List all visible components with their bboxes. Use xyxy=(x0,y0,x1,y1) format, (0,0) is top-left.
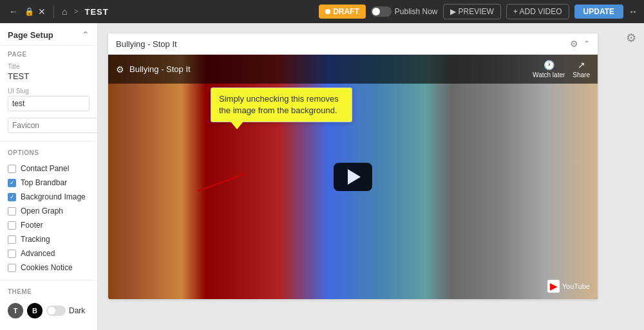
page-title: TEST xyxy=(84,7,108,17)
tooltip-text: Simply unchecking this removes the image… xyxy=(219,94,339,115)
title-field-value: TEST xyxy=(8,71,90,81)
video-card-title: Bullying - Stop It xyxy=(116,39,177,49)
favicon-input[interactable] xyxy=(8,118,98,133)
nav-icons: ← 🔒 ✕ xyxy=(6,5,46,18)
checkbox-label-advanced: Advanced xyxy=(21,249,55,258)
preview-label: PREVIEW xyxy=(459,7,494,16)
theme-b-circle[interactable]: B xyxy=(27,303,43,318)
checkbox-tracking[interactable] xyxy=(8,235,16,244)
youtube-icon: ▶ xyxy=(547,280,560,293)
video-player-area: ⚙ Bullying - Stop It 🕐 Watch later ↗ Sha… xyxy=(108,55,598,299)
play-button[interactable] xyxy=(334,163,372,191)
divider-1 xyxy=(0,141,97,142)
page-section-label: PAGE xyxy=(0,46,97,60)
main-content: ⚙ Bullying - Stop It ⚙ ⌃ ⚙ Bullying - St… xyxy=(98,23,644,330)
back-icon[interactable]: ← xyxy=(6,5,21,18)
theme-t-circle[interactable]: T xyxy=(8,303,23,318)
video-gear-icon: ⚙ xyxy=(116,64,124,75)
theme-section: T B Dark xyxy=(0,298,97,329)
video-overlay-title: Bullying - Stop It xyxy=(129,64,191,74)
video-overlay-header: ⚙ Bullying - Stop It 🕐 Watch later ↗ Sha… xyxy=(108,55,598,84)
topbar: ← 🔒 ✕ ⌂ > TEST DRAFT Publish Now ▶ PREVI… xyxy=(0,0,644,23)
slug-field-label: UI Slug xyxy=(8,87,90,95)
video-card-gear-icon[interactable]: ⚙ xyxy=(570,39,578,49)
youtube-text: YouTube xyxy=(562,282,590,290)
checkbox-label-top-brandbar: Top Brandbar xyxy=(21,178,67,187)
share-action[interactable]: ↗ Share xyxy=(573,60,590,78)
sidebar-title: Page Setup xyxy=(8,30,53,40)
theme-row: T B Dark xyxy=(8,303,90,318)
publish-toggle-wrap: Publish Now xyxy=(371,6,438,17)
tooltip: Simply unchecking this removes the image… xyxy=(211,87,352,122)
checkbox-open-graph[interactable] xyxy=(8,207,16,215)
option-row-footer[interactable]: Footer xyxy=(0,218,97,232)
tooltip-arrow xyxy=(231,122,243,129)
dark-toggle[interactable] xyxy=(46,306,66,316)
draft-button[interactable]: DRAFT xyxy=(319,5,366,19)
checkbox-top-brandbar[interactable]: ✓ xyxy=(8,179,16,187)
title-field-label: Title xyxy=(8,63,90,70)
sidebar-header: Page Setup ⌃ xyxy=(0,23,97,46)
sidebar-collapse-icon[interactable]: ⌃ xyxy=(82,30,90,40)
options-section-label: OPTIONS xyxy=(0,144,97,159)
divider-2 xyxy=(0,280,97,280)
sidebar: Page Setup ⌃ PAGE Title TEST UI Slug 📷 O… xyxy=(0,23,98,330)
checkbox-contact-panel[interactable] xyxy=(8,165,16,173)
play-triangle xyxy=(348,169,361,185)
draft-dot xyxy=(325,9,330,14)
dark-toggle-wrap: Dark xyxy=(46,306,85,316)
add-video-label: + ADD VIDEO xyxy=(513,7,562,16)
clock-icon: 🕐 xyxy=(544,60,554,70)
option-row-cookies-notice[interactable]: Cookies Notice xyxy=(0,261,97,275)
update-label: UPDATE xyxy=(583,7,614,16)
topbar-right: DRAFT Publish Now ▶ PREVIEW + ADD VIDEO … xyxy=(319,4,638,19)
checkbox-advanced[interactable] xyxy=(8,250,16,258)
option-row-background-image[interactable]: ✓Background Image xyxy=(0,190,97,204)
add-video-button[interactable]: + ADD VIDEO xyxy=(506,4,569,19)
option-row-tracking[interactable]: Tracking xyxy=(0,232,97,246)
checkbox-cookies-notice[interactable] xyxy=(8,264,16,272)
resize-icon[interactable]: ↔ xyxy=(629,6,638,17)
option-row-open-graph[interactable]: Open Graph xyxy=(0,204,97,218)
publish-label: Publish Now xyxy=(395,7,438,16)
video-card-chevron-icon[interactable]: ⌃ xyxy=(583,39,590,48)
watch-later-label: Watch later xyxy=(533,71,565,78)
lock-icon: 🔒 xyxy=(24,7,34,16)
option-row-contact-panel[interactable]: Contact Panel xyxy=(0,161,97,176)
play-button-wrap xyxy=(334,163,372,191)
video-card: Bullying - Stop It ⚙ ⌃ ⚙ Bullying - Stop… xyxy=(108,33,598,299)
checkbox-background-image[interactable]: ✓ xyxy=(8,193,16,201)
options-section: Contact Panel✓Top Brandbar✓Background Im… xyxy=(0,159,97,277)
video-card-controls: ⚙ ⌃ xyxy=(570,39,590,49)
home-icon[interactable]: ⌂ xyxy=(62,6,67,17)
title-field-group: Title TEST xyxy=(0,60,97,85)
draft-label: DRAFT xyxy=(333,7,359,16)
slug-field-group: UI Slug xyxy=(0,85,97,115)
checkbox-label-background-image: Background Image xyxy=(21,192,86,201)
topbar-separator xyxy=(53,5,54,18)
preview-button[interactable]: ▶ PREVIEW xyxy=(443,4,501,19)
share-label: Share xyxy=(573,71,590,78)
close-icon[interactable]: ✕ xyxy=(38,6,46,17)
layout: Page Setup ⌃ PAGE Title TEST UI Slug 📷 O… xyxy=(0,23,644,330)
dark-label: Dark xyxy=(69,306,85,315)
update-button[interactable]: UPDATE xyxy=(574,5,623,19)
preview-icon: ▶ xyxy=(450,7,456,16)
share-icon: ↗ xyxy=(578,60,585,70)
publish-toggle[interactable] xyxy=(371,6,392,17)
yt-logo: ▶ xyxy=(550,281,557,291)
checkbox-label-footer: Footer xyxy=(21,221,43,230)
option-row-advanced[interactable]: Advanced xyxy=(0,246,97,261)
slug-input[interactable] xyxy=(8,96,90,111)
breadcrumb-separator: > xyxy=(73,7,78,16)
watch-later-action[interactable]: 🕐 Watch later xyxy=(533,60,565,78)
toggle-knob xyxy=(372,8,380,15)
youtube-badge: ▶ YouTube xyxy=(547,280,590,293)
theme-section-label: THEME xyxy=(0,283,97,298)
checkbox-footer[interactable] xyxy=(8,221,16,230)
video-thumbnail: ⚙ Bullying - Stop It 🕐 Watch later ↗ Sha… xyxy=(108,55,598,299)
main-settings-icon[interactable]: ⚙ xyxy=(626,31,636,45)
checkbox-label-cookies-notice: Cookies Notice xyxy=(21,263,73,272)
video-card-header: Bullying - Stop It ⚙ ⌃ xyxy=(108,33,598,55)
option-row-top-brandbar[interactable]: ✓Top Brandbar xyxy=(0,176,97,190)
